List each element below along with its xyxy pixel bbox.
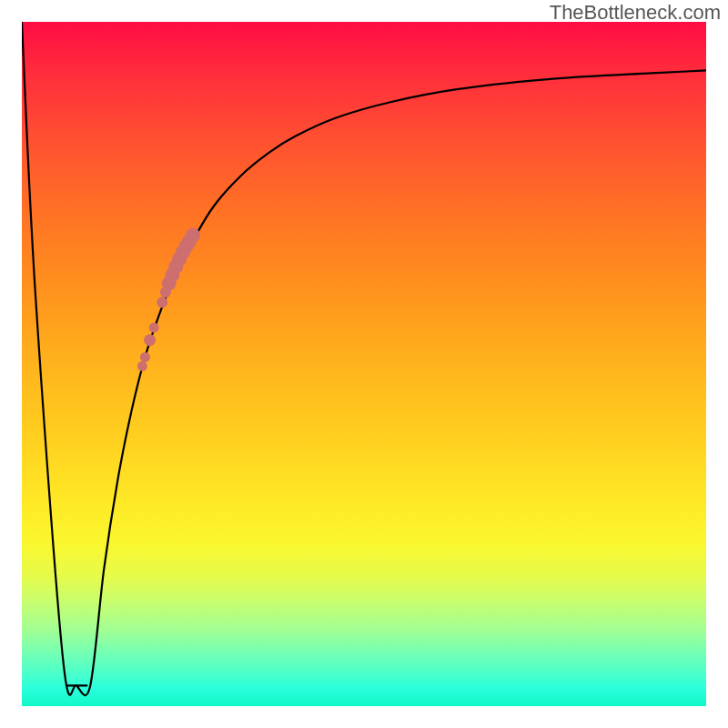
watermark-text: TheBottleneck.com: [550, 1, 721, 25]
marker-point: [186, 228, 200, 243]
marker-point: [149, 323, 159, 333]
chart-curve-group: [22, 22, 706, 695]
chart-plot-area: [22, 22, 706, 706]
marker-point: [137, 361, 147, 371]
marker-point: [144, 334, 156, 346]
marker-point: [140, 352, 150, 362]
marker-point: [157, 297, 167, 308]
chart-svg: [22, 22, 706, 706]
bottleneck-curve: [22, 22, 706, 695]
